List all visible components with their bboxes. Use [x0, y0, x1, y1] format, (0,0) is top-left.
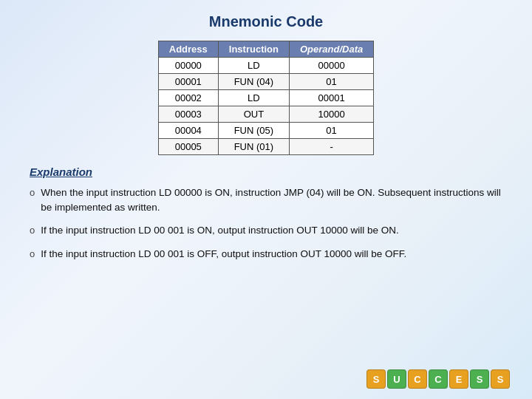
bullet-text: When the input instruction LD 00000 is O…: [41, 185, 502, 214]
success-letter: S: [470, 369, 489, 389]
success-letter: S: [366, 369, 386, 389]
page-container: Mnemonic Code Address Instruction Operan…: [0, 0, 532, 399]
success-letter: U: [387, 369, 406, 389]
bullet-text: If the input instruction LD 00 001 is OF…: [41, 247, 406, 262]
table-row: 00003OUT10000: [158, 106, 373, 123]
table-row: 00002LD00001: [158, 90, 373, 106]
bullet-item: oIf the input instruction LD 00 001 is O…: [30, 223, 502, 238]
table-row: 00004FUN (05)01: [158, 123, 373, 139]
table-header-row: Address Instruction Operand/Data: [158, 41, 373, 58]
bullet-item: oWhen the input instruction LD 00000 is …: [30, 185, 502, 214]
success-letter: C: [408, 369, 427, 389]
explanation-heading: Explanation: [30, 166, 502, 178]
page-title: Mnemonic Code: [30, 13, 502, 30]
bullet-icon: o: [30, 224, 35, 238]
success-letter: E: [449, 369, 468, 389]
bullet-icon: o: [30, 186, 35, 200]
bullet-item: oIf the input instruction LD 00 001 is O…: [30, 247, 502, 262]
table-row: 00001FUN (04)01: [158, 74, 373, 90]
bullet-list: oWhen the input instruction LD 00000 is …: [30, 185, 502, 262]
bullet-icon: o: [30, 248, 35, 262]
success-badge: SUCCESS: [366, 369, 510, 389]
table-row: 00000LD00000: [158, 58, 373, 74]
col-instruction: Instruction: [218, 41, 289, 58]
success-letter: C: [429, 369, 448, 389]
table-row: 00005FUN (01)-: [158, 139, 373, 155]
mnemonic-table: Address Instruction Operand/Data 00000LD…: [158, 41, 374, 155]
col-operand: Operand/Data: [289, 41, 373, 58]
table-wrapper: Address Instruction Operand/Data 00000LD…: [30, 41, 502, 155]
success-letter: S: [491, 369, 510, 389]
col-address: Address: [158, 41, 218, 58]
bullet-text: If the input instruction LD 00 001 is ON…: [41, 223, 399, 238]
